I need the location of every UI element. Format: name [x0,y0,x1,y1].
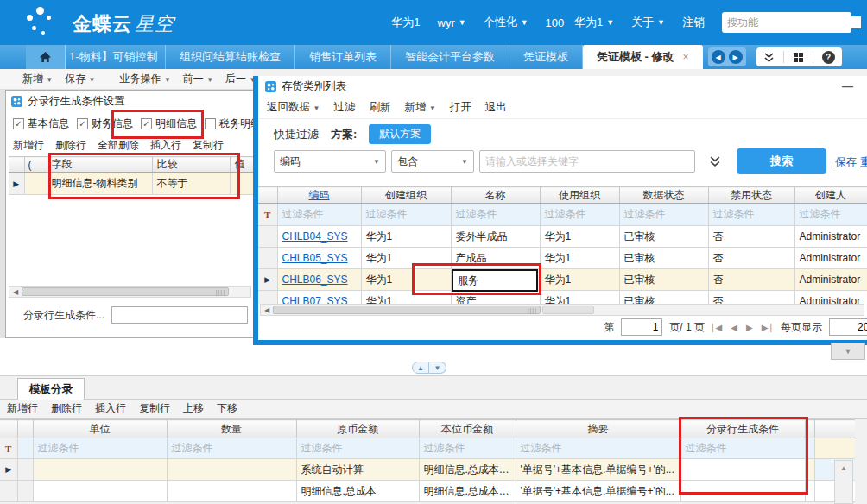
personalize-menu[interactable]: 个性化▼ [484,15,528,30]
logout-button[interactable]: 注销 [682,15,705,30]
horizontal-scrollbar[interactable]: ◀ |||| [9,286,251,298]
user-menu[interactable]: wyr▼ [438,16,466,29]
cell[interactable] [167,481,296,502]
new-button[interactable]: 新增 ▼ [22,72,53,86]
tab-smart-accounting-params[interactable]: 智能会计平台参数 [391,45,509,69]
cell[interactable] [167,459,296,481]
move-up-button[interactable]: 上移 [183,401,204,416]
function-search-box[interactable] [722,12,851,33]
col-create-org[interactable]: 创建组织 [361,187,451,204]
cell[interactable] [680,481,805,502]
copy-row-button[interactable]: 复制行 [193,138,224,153]
delete-row-button[interactable]: 删除行 [51,401,82,416]
filter-cell[interactable]: 过滤条件 [619,204,708,226]
col-code[interactable]: 编码 [277,187,361,204]
cell[interactable] [680,459,805,481]
cell[interactable] [33,481,167,502]
highlighted-name-cell[interactable]: 服务 [452,269,538,292]
filter-cell[interactable]: 过滤条件 [277,204,361,226]
collapse-down-icon[interactable]: ▼ [429,362,446,374]
cell[interactable]: '单据号'+基本信息.单据编号+'的... [516,481,680,502]
filter-cell[interactable]: 过滤条件 [680,438,805,459]
return-data-button[interactable]: 返回数据 ▼ [267,100,320,115]
cell[interactable]: 明细信息.总成本(... [419,459,516,481]
col-data-status[interactable]: 数据状态 [619,187,708,204]
save-button[interactable]: 保存 ▼ [65,72,95,86]
filter-operator-select[interactable]: 包含▼ [391,150,474,173]
exit-button[interactable]: 退出 [485,100,507,115]
col-unit[interactable]: 单位 [33,420,167,438]
col-original-amount[interactable]: 原币金额 [296,420,419,438]
per-page-input[interactable] [829,318,867,336]
filter-cell[interactable]: 过滤条件 [361,204,451,226]
table-row[interactable]: CHLB05_SYS 华为1 产成品 华为1 已审核 否 Administrat… [258,248,867,269]
cell[interactable]: 明细信息.总成本 [296,481,419,502]
collapse-up-icon[interactable]: ▲ [412,362,429,374]
filter-cell[interactable]: 过滤条件 [708,204,794,226]
move-down-button[interactable]: 下移 [217,401,237,416]
condition-value-cell[interactable] [230,173,254,195]
filter-cell[interactable]: 过滤条件 [33,438,167,459]
scroll-left-icon[interactable]: ◀ [9,287,22,297]
collapse-all-icon[interactable] [763,52,775,63]
filter-cell[interactable]: 过滤条件 [794,204,867,226]
tab-voucher-template-edit[interactable]: 凭证模板 - 修改× [583,45,703,69]
col-value[interactable]: 值 [230,157,254,173]
col-entry-condition[interactable]: 分录行生成条件 [680,420,805,438]
tab-voucher-template[interactable]: 凭证模板 [509,45,583,69]
col-quantity[interactable]: 数量 [167,420,296,438]
code-link[interactable]: CHLB07_SYS [277,291,361,305]
scroll-down-icon[interactable]: ▼ [831,343,865,360]
table-row[interactable]: CHLB07_SYS 华为1 资产 华为1 已审核 否 Administrato… [258,291,867,305]
col-base-amount[interactable]: 本位币金额 [419,420,516,438]
condition-expression-input[interactable] [111,306,248,324]
code-link[interactable]: CHLB04_SYS [277,226,361,248]
scroll-left-icon[interactable]: ◀ [261,305,273,315]
reset-link-clipped[interactable]: 重 [860,155,867,170]
save-scheme-link[interactable]: 保存 [835,155,857,170]
org-switch-menu[interactable]: 100 华为1▼ [546,15,614,30]
cell[interactable] [24,173,47,195]
insert-row-button[interactable]: 插入行 [95,401,126,416]
expand-filter-icon[interactable] [709,155,721,167]
checkbox-tax-detail[interactable]: 税务明细 [205,117,253,131]
delete-row-button[interactable]: 删除行 [55,138,86,153]
first-page-icon[interactable]: |◀ [712,323,724,332]
last-page-icon[interactable]: ▶| [762,323,774,332]
business-operation-button[interactable]: 业务操作 ▼ [120,72,171,86]
filter-cell[interactable]: 过滤条件 [540,204,619,226]
home-tab[interactable] [26,45,66,69]
delete-all-button[interactable]: 全部删除 [98,138,139,153]
next-page-icon[interactable]: ▶ [746,323,755,332]
cell[interactable] [33,459,167,481]
filter-cell[interactable]: 过滤条件 [516,438,680,459]
keyword-input[interactable] [479,150,695,173]
checkbox-detail-info[interactable]: ✓明细信息 [141,117,197,131]
code-link[interactable]: CHLB06_SYS [277,269,361,291]
cell[interactable]: '单据号'+基本信息.单据编号+'的... [516,459,680,481]
col-compare[interactable]: 比较 [152,157,230,173]
checkbox-finance-info[interactable]: ✓财务信息 [77,117,133,131]
scroll-up-icon[interactable]: ▲ [835,461,852,475]
scroll-tabs-right-button[interactable]: ▶ [729,50,743,64]
default-scheme-button[interactable]: 默认方案 [369,124,431,144]
tab-settlement-check[interactable]: 组织间结算结账检查 [166,45,295,69]
prev-page-icon[interactable]: ◀ [731,323,739,332]
horizontal-scrollbar[interactable]: ◀ |||| [260,304,864,316]
code-link[interactable]: CHLB05_SYS [277,248,361,269]
about-menu[interactable]: 关于▼ [631,15,665,30]
grid-menu-icon[interactable] [793,52,804,63]
cell[interactable]: 明细信息.总成本(... [419,481,516,502]
template-entries-tab[interactable]: 模板分录 [17,378,85,400]
condition-field-cell[interactable]: 明细信息-物料类别 [47,173,152,195]
scroll-tabs-left-button[interactable]: ◀ [712,50,725,64]
page-number-input[interactable] [621,318,662,336]
col-forbid-status[interactable]: 禁用状态 [708,187,794,204]
col-use-org[interactable]: 使用组织 [540,187,619,204]
filter-cell[interactable]: 过滤条件 [296,438,419,459]
checkbox-basic-info[interactable]: ✓基本信息 [13,117,69,131]
filter-cell[interactable]: 过滤条件 [167,438,296,459]
table-row[interactable]: CHLB04_SYS 华为1 委外半成品 华为1 已审核 否 Administr… [258,226,867,248]
filter-button[interactable]: 过滤 [333,100,355,115]
add-row-button[interactable]: 新增行 [7,401,38,416]
